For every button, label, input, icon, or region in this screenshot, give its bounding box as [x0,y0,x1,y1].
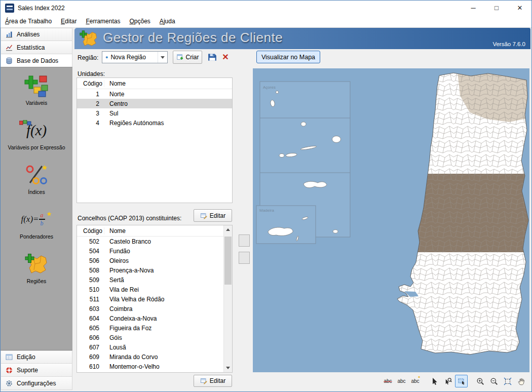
scrollbar-thumb[interactable] [224,237,232,285]
column-header-nome[interactable]: Nome [104,80,232,87]
select-rectangle-button[interactable] [455,375,468,387]
menu-item-0[interactable]: Área de Trabalho [1,16,56,26]
view-on-map-button[interactable]: Visualizar no Mapa [256,51,320,63]
close-button[interactable]: ✕ [508,1,531,16]
pan-button[interactable] [515,375,527,387]
table-row[interactable]: 610Montemor-o-Velho [77,362,224,371]
sidebar-item-base-de-dados[interactable]: Base de Dados [1,54,72,67]
zoom-out-icon [490,377,498,385]
edit-concelhos-button-top[interactable]: Editar [194,209,232,222]
table-row[interactable]: 508Proença-a-Nova [77,265,224,275]
delete-region-button[interactable]: ✕ [220,52,231,63]
transfer-button-1[interactable] [239,234,250,247]
table-row[interactable]: 607Lousã [77,342,224,352]
cell-nome: Norte [104,91,124,98]
cell-nome: Góis [104,334,122,341]
cell-codigo: 1 [77,91,104,98]
tool-variaveis-por-expressao[interactable]: f(x) Variáveis por Expressão [1,116,72,156]
sidebar-item-edicao[interactable]: Edição [1,350,72,364]
tool-label: Variáveis [1,100,72,106]
cell-codigo: 509 [77,277,104,284]
table-row[interactable]: 605Figueira da Foz [77,323,224,333]
header-banner: Gestor de Regiões de Cliente Versão 7.6.… [74,28,530,49]
tool-label: Regiões [1,278,72,284]
column-header-codigo[interactable]: Código [77,227,104,234]
column-header-codigo[interactable]: Código [77,80,104,87]
concelhos-table[interactable]: Código Nome 502Castelo Branco504Fundão50… [77,225,233,373]
app-icon [5,4,14,13]
mini-cubes-icon [19,120,31,128]
units-label: Unidades: [78,70,105,77]
cell-nome: Lousã [104,344,126,351]
table-row[interactable]: 603Coimbra [77,304,224,313]
map-toolbar: abc abc abc✦ [382,375,527,387]
menu-item-2[interactable]: Ferramentas [81,16,125,26]
select-cursor-button[interactable] [428,375,440,387]
table-row[interactable]: 4Regiões Autónomas [77,118,232,128]
table-row[interactable]: 2Centro [77,99,232,108]
cell-codigo: 511 [77,296,104,303]
zoom-cursor-button[interactable] [441,375,454,387]
table-row[interactable]: 1Norte [77,89,232,99]
table-row[interactable]: 606Góis [77,333,224,342]
window-title: Sales Index 2022 [18,1,65,16]
table-row[interactable]: 509Sertã [77,275,224,285]
edit-grid-icon [5,353,13,361]
zoom-out-button[interactable] [487,375,500,387]
minimize-button[interactable]: ─ [462,1,485,16]
zoom-extent-button[interactable] [501,375,514,387]
region-combobox[interactable]: ● Nova Região [102,51,168,63]
zoom-in-button[interactable] [474,375,486,387]
table-row[interactable]: 604Condeixa-a-Nova [77,313,224,323]
cell-codigo: 502 [77,238,104,245]
cell-codigo: 610 [77,363,104,370]
table-row[interactable]: 506Oleiros [77,256,224,265]
table-row[interactable]: 3Sul [77,108,232,118]
table-row[interactable]: 609Miranda do Corvo [77,352,224,362]
madeira-inset: Madeira [256,206,316,244]
cell-codigo: 3 [77,110,104,117]
menu-item-4[interactable]: Ajuda [155,16,180,26]
cell-codigo: 506 [77,257,104,264]
maximize-button[interactable]: □ [485,1,508,16]
combobox-dropdown-icon[interactable] [158,52,167,63]
edit-concelhos-button-bottom[interactable]: Editar [194,375,232,387]
labels-on-button[interactable]: abc [395,375,408,387]
table-row[interactable]: 511Vila Velha de Ródão [77,294,224,304]
column-header-nome[interactable]: Nome [104,227,224,234]
scroll-down-icon[interactable] [224,364,232,372]
create-region-button[interactable]: Criar [173,51,202,64]
sidebar-item-suporte[interactable]: Suporte [1,364,72,377]
tool-variaveis[interactable]: Variáveis [1,71,72,112]
labels-off-button[interactable]: abc [382,375,394,387]
tool-regioes[interactable]: Regiões [1,250,72,290]
menu-item-3[interactable]: Opções [125,16,155,26]
sidebar-item-analises[interactable]: Análises [1,28,72,41]
map-canvas[interactable]: Açores Madeira [253,68,529,372]
cell-codigo: 508 [77,267,104,274]
region-bullet-icon: ● [105,55,108,60]
scroll-up-icon[interactable] [224,225,232,234]
tool-ponderadores[interactable]: f(x)=ab Ponderadores [1,205,72,246]
tool-indices[interactable]: Índices [1,161,72,201]
tool-panel: Variáveis f(x) Variáveis por Expressão Í… [1,67,72,350]
title-bar: Sales Index 2022 ─ □ ✕ [1,1,531,16]
version-label: Versão 7.6.0 [492,41,525,47]
units-table[interactable]: Código Nome 1Norte2Centro3Sul4Regiões Au… [77,77,233,203]
sidebar-item-configuracoes[interactable]: Configurações [1,377,72,390]
save-button[interactable] [207,52,218,63]
labels-auto-button[interactable]: abc✦ [409,375,422,387]
sidebar-item-label: Edição [17,354,35,361]
sidebar-item-estatistica[interactable]: Estatística [1,41,72,54]
lifebuoy-icon [5,366,13,374]
zoom-in-icon [476,377,484,385]
cell-nome: Fundão [104,248,130,255]
floppy-disk-icon [208,53,217,62]
page-title: Gestor de Regiões de Cliente [103,30,283,46]
table-row[interactable]: 502Castelo Branco [77,237,224,246]
concelhos-scrollbar[interactable] [223,225,232,372]
menu-item-1[interactable]: Editar [56,16,81,26]
table-row[interactable]: 510Vila de Rei [77,285,224,294]
transfer-button-2[interactable] [239,252,250,264]
table-row[interactable]: 504Fundão [77,246,224,256]
